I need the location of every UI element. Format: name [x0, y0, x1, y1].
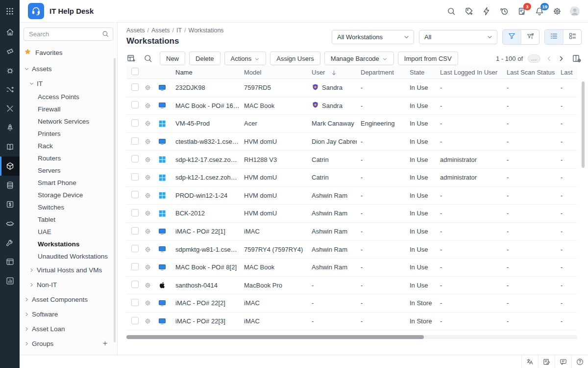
sidebar-item-smart-phone[interactable]: Smart Phone	[20, 177, 117, 189]
rail-database-icon[interactable]	[0, 176, 20, 195]
sidebar-item-routers[interactable]: Routers	[20, 152, 117, 164]
rail-ticket-icon[interactable]	[0, 42, 20, 61]
chevron-right-icon[interactable]	[24, 297, 29, 302]
list-view-button[interactable]	[545, 30, 563, 44]
prev-page-icon[interactable]	[545, 55, 553, 62]
asset-name-link[interactable]: sdp-k12-1.csez.zohoc...	[172, 174, 240, 181]
table-row[interactable]: 232DJK987597RD5Sandra-In Use---	[126, 79, 577, 97]
sidebar-scrollbar[interactable]	[114, 58, 116, 342]
row-checkbox[interactable]	[131, 209, 139, 216]
table-row[interactable]: santhosh-0414MacBook Pro--In Use---	[126, 277, 577, 295]
table-row[interactable]: VM-45-ProdAcerMark CanawayEngineeringIn …	[126, 115, 577, 133]
new-button[interactable]: New	[160, 52, 185, 65]
chat-icon[interactable]	[555, 355, 571, 368]
sidebar-item-it[interactable]: IT	[20, 76, 117, 91]
gear-icon[interactable]	[552, 6, 563, 17]
row-checkbox[interactable]	[131, 245, 139, 252]
rail-bar-chart-icon[interactable]	[0, 271, 20, 290]
asset-name-link[interactable]: santhosh-0414	[172, 282, 240, 289]
asset-name-link[interactable]: sdpmktg-w81-1.csez.z...	[172, 246, 240, 253]
sidebar-item-switches[interactable]: Switches	[20, 201, 117, 213]
sidebar-item-asset-loan[interactable]: Asset Loan	[20, 321, 117, 336]
breadcrumb-item[interactable]: Assets	[151, 27, 170, 34]
translate-icon[interactable]	[521, 355, 538, 368]
table-row[interactable]: iMAC - PO# 22[2]iMAC--In Store---	[126, 294, 577, 313]
table-row[interactable]: MAC Book - PO# 16[1]MAC BookSandra-In Us…	[126, 97, 577, 115]
sidebar-item-uae[interactable]: UAE	[20, 226, 117, 238]
asset-name-link[interactable]: iMAC - PO# 22[2]	[172, 299, 240, 307]
sidebar-item-access-points[interactable]: Access Points	[20, 91, 117, 103]
sidebar-item-tablet[interactable]: Tablet	[20, 213, 117, 226]
chevron-right-icon[interactable]	[24, 312, 29, 317]
workstation-view-select[interactable]: All Workstations	[332, 30, 414, 44]
column-header-last[interactable]: Last	[557, 69, 577, 76]
row-checkbox[interactable]	[131, 83, 139, 91]
row-actions-gear-icon[interactable]	[141, 210, 155, 217]
select-all-checkbox[interactable]	[131, 68, 139, 75]
chevron-down-icon[interactable]	[29, 81, 34, 86]
avatar-icon[interactable]	[569, 6, 580, 17]
apps-grid-icon[interactable]	[0, 0, 20, 23]
sort-descending-icon[interactable]	[330, 69, 336, 75]
row-checkbox[interactable]	[131, 317, 139, 324]
row-checkbox[interactable]	[131, 119, 139, 127]
row-actions-gear-icon[interactable]	[141, 317, 155, 325]
add-group-button[interactable]: +	[103, 340, 107, 347]
sidebar-item-non-it[interactable]: Non-IT	[20, 277, 117, 292]
horizontal-scrollbar-track[interactable]	[126, 335, 577, 339]
column-header-user[interactable]: User	[308, 69, 357, 76]
row-checkbox[interactable]	[131, 101, 139, 108]
table-row[interactable]: PROD-win12-1-24HVM domUAshwin Ram-In Use…	[126, 187, 577, 205]
asset-name-link[interactable]: MAC Book - PO# 8[2]	[172, 263, 240, 271]
sidebar-item-network-services[interactable]: Network Services	[20, 115, 117, 128]
table-row[interactable]: sdp-k12-17.csez.zoho...RH1288 V3Catrin-I…	[126, 151, 577, 169]
column-header-department[interactable]: Department	[357, 69, 406, 76]
manage-barcode-button[interactable]: Manage Barcode	[324, 52, 394, 65]
history-icon[interactable]	[499, 6, 510, 17]
asset-name-link[interactable]: BCK-2012	[172, 210, 240, 217]
chevron-right-icon[interactable]	[29, 267, 34, 273]
sidebar-item-groups[interactable]: Groups+	[20, 336, 117, 351]
actions-button[interactable]: Actions	[224, 52, 267, 65]
asset-name-link[interactable]: sdp-k12-17.csez.zoho...	[172, 156, 240, 163]
filter-funnel-button[interactable]	[503, 30, 521, 44]
column-header-name[interactable]: Name	[172, 69, 240, 76]
table-row[interactable]: iMAC - PO# 22[1]iMACAshwin Ram-In Use---	[126, 223, 577, 241]
sidebar-item-firewall[interactable]: Firewall	[20, 103, 117, 115]
column-header-model[interactable]: Model	[240, 69, 308, 76]
advanced-filter-button[interactable]	[521, 30, 539, 44]
row-actions-gear-icon[interactable]	[141, 156, 155, 163]
asset-name-link[interactable]: VM-45-Prod	[172, 120, 240, 127]
sidebar-item-servers[interactable]: Servers	[20, 164, 117, 177]
chevron-right-icon[interactable]	[24, 341, 29, 346]
delete-button[interactable]: Delete	[189, 52, 220, 65]
table-row[interactable]: ctestlab-w832-1.csez.z...HVM domUDion Ja…	[126, 133, 577, 151]
search-list-icon[interactable]	[143, 53, 153, 63]
asset-name-link[interactable]: iMAC - PO# 22[1]	[172, 228, 240, 235]
rail-tools-icon[interactable]	[0, 99, 20, 118]
row-checkbox[interactable]	[131, 191, 139, 198]
row-checkbox[interactable]	[131, 299, 139, 306]
row-checkbox[interactable]	[131, 227, 139, 235]
sidebar-item-clipped[interactable]	[20, 351, 117, 355]
sidebar-item-rack[interactable]: Rack	[20, 140, 117, 152]
asset-name-link[interactable]: ctestlab-w832-1.csez.z...	[172, 138, 240, 145]
row-actions-gear-icon[interactable]	[141, 120, 155, 127]
card-view-button[interactable]	[563, 30, 581, 44]
import-from-csv-button[interactable]: Import from CSV	[398, 52, 458, 65]
table-row[interactable]: sdpmktg-w81-1.csez.z...7597RY4 (7597RY4)…	[126, 240, 577, 259]
table-row[interactable]: MAC Book - PO# 8[2]MAC BookAshwin Ram-In…	[126, 259, 577, 277]
lightning-icon[interactable]	[481, 6, 492, 17]
row-actions-gear-icon[interactable]	[141, 138, 155, 145]
sidebar-item-workstations[interactable]: Workstations	[20, 238, 117, 250]
column-header-state[interactable]: State	[406, 69, 436, 76]
chevron-right-icon[interactable]	[29, 282, 34, 288]
filter-all-select[interactable]: All	[419, 30, 497, 44]
table-row[interactable]: BCK-2012HVM domUAshwin Ram-In Use---	[126, 205, 577, 223]
column-header-last-logged-in-user[interactable]: Last Logged In User	[436, 69, 503, 76]
search-input[interactable]	[24, 27, 113, 41]
sidebar-item-storage-device[interactable]: Storage Device	[20, 189, 117, 201]
row-actions-gear-icon[interactable]	[141, 299, 155, 307]
assign-users-button[interactable]: Assign Users	[270, 52, 320, 65]
row-actions-gear-icon[interactable]	[141, 228, 155, 235]
